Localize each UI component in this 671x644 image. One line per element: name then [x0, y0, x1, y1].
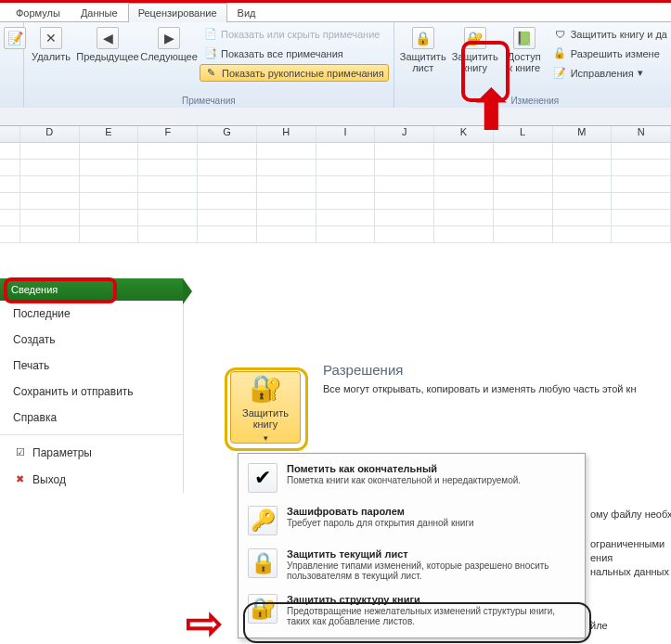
- show-hide-comment-button[interactable]: 📄Показать или скрыть примечание: [200, 25, 389, 43]
- lock-key-icon: 🔐: [250, 373, 282, 404]
- side-text-4: нальных данных пр: [590, 566, 671, 577]
- show-ink-button[interactable]: ✎Показать рукописные примечания: [200, 64, 389, 82]
- new-comment-button[interactable]: 📝: [5, 25, 25, 51]
- backstage-panel: Сведения Последние Создать Печать Сохран…: [0, 278, 671, 493]
- protect-dropdown-menu: ✔ Пометить как окончательныйПометка книг…: [238, 453, 586, 638]
- group-comments-label: Примечания: [29, 96, 389, 106]
- sheet-lock-icon: 🔒: [248, 548, 277, 578]
- comments-icon: 📑: [203, 46, 217, 60]
- dd-encrypt[interactable]: 🔑 Зашифровать паролемТребует пароль для …: [242, 500, 581, 543]
- permissions-title: Разрешения: [323, 362, 671, 378]
- spreadsheet-grid[interactable]: D E F G H I J K L M N: [0, 126, 671, 243]
- backstage-tab-info[interactable]: Сведения: [0, 278, 183, 301]
- group-changes-label: Изменения: [399, 96, 671, 106]
- backstage-item-save-send[interactable]: Сохранить и отправить: [0, 379, 183, 405]
- track-icon: 📝: [553, 66, 567, 80]
- backstage-item-help[interactable]: Справка: [0, 405, 183, 431]
- comment-icon: 📝: [4, 27, 26, 49]
- ink-icon: ✎: [204, 66, 218, 80]
- delete-icon: ✕: [40, 27, 62, 49]
- tab-view[interactable]: Вид: [227, 3, 266, 22]
- toggle-comment-icon: 📄: [203, 27, 217, 41]
- annotation-arrow-right: ⇨: [186, 597, 223, 644]
- backstage-content: Разрешения Все могут открывать, копирова…: [184, 278, 671, 493]
- show-all-comments-button[interactable]: 📑Показать все примечания: [200, 45, 389, 62]
- protect-workbook-button[interactable]: 🔐Защитить книгу: [451, 25, 499, 75]
- arrow-left-icon: ◀: [97, 27, 119, 49]
- next-comment-button[interactable]: ▶Следующее: [142, 25, 196, 64]
- ribbon-body: 📝 ✕Удалить ◀Предыдущее ▶Следующее 📄Показ…: [0, 22, 671, 108]
- track-changes-button[interactable]: 📝Исправления ▾: [549, 64, 671, 82]
- workbook-lock-icon: 🔐: [464, 27, 486, 49]
- dd-protect-structure[interactable]: 🔐 Защитить структуру книгиПредотвращение…: [242, 588, 581, 634]
- chevron-down-icon: ▾: [264, 433, 268, 443]
- sheet-lock-icon: 🔒: [412, 27, 434, 49]
- protect-share-icon: 🛡: [553, 27, 567, 41]
- tab-formulas[interactable]: Формулы: [6, 3, 71, 22]
- protect-sheet-button[interactable]: 🔒Защитить лист: [399, 25, 447, 75]
- permissions-desc: Все могут открывать, копировать и изменя…: [323, 383, 671, 394]
- allow-ranges-button[interactable]: 🔓Разрешить измене: [549, 45, 671, 62]
- backstage-item-recent[interactable]: Последние: [0, 301, 183, 327]
- dd-protect-sheet[interactable]: 🔒 Защитить текущий листУправление типами…: [242, 543, 581, 588]
- backstage-item-exit[interactable]: ✖Выход: [0, 466, 183, 493]
- tab-review[interactable]: Рецензирование: [128, 3, 227, 22]
- protect-share-button[interactable]: 🛡Защитить книгу и да: [549, 25, 671, 43]
- side-text-2: ограниченными: [590, 538, 665, 549]
- options-icon: ☑: [13, 445, 27, 459]
- password-icon: 🔑: [248, 506, 277, 535]
- side-text-5: йле: [590, 620, 608, 631]
- structure-lock-icon: 🔐: [248, 594, 277, 624]
- dd-mark-final[interactable]: ✔ Пометить как окончательныйПометка книг…: [242, 457, 581, 500]
- formula-bar[interactable]: [0, 108, 671, 126]
- backstage-item-print[interactable]: Печать: [0, 353, 183, 379]
- backstage-item-options[interactable]: ☑Параметры: [0, 439, 183, 466]
- backstage-nav: Сведения Последние Создать Печать Сохран…: [0, 278, 184, 493]
- allow-icon: 🔓: [553, 46, 567, 60]
- side-text-3: ения: [590, 552, 613, 563]
- column-headers: D E F G H I J K L M N: [0, 126, 671, 143]
- prev-comment-button[interactable]: ◀Предыдущее: [77, 25, 138, 64]
- delete-comment-button[interactable]: ✕Удалить: [29, 25, 73, 64]
- tab-data[interactable]: Данные: [71, 3, 128, 22]
- final-icon: ✔: [248, 463, 277, 493]
- backstage-item-new[interactable]: Создать: [0, 327, 183, 353]
- share-icon: 📗: [513, 27, 536, 49]
- side-text-1: ому файлу необход: [590, 509, 671, 520]
- protect-workbook-dropdown-button[interactable]: 🔐 Защитить книгу ▾: [230, 371, 301, 444]
- ribbon-tabs: Формулы Данные Рецензирование Вид: [0, 3, 671, 22]
- exit-icon: ✖: [13, 472, 27, 486]
- share-workbook-button[interactable]: 📗Доступ к книге: [503, 25, 546, 75]
- arrow-right-icon: ▶: [158, 27, 180, 49]
